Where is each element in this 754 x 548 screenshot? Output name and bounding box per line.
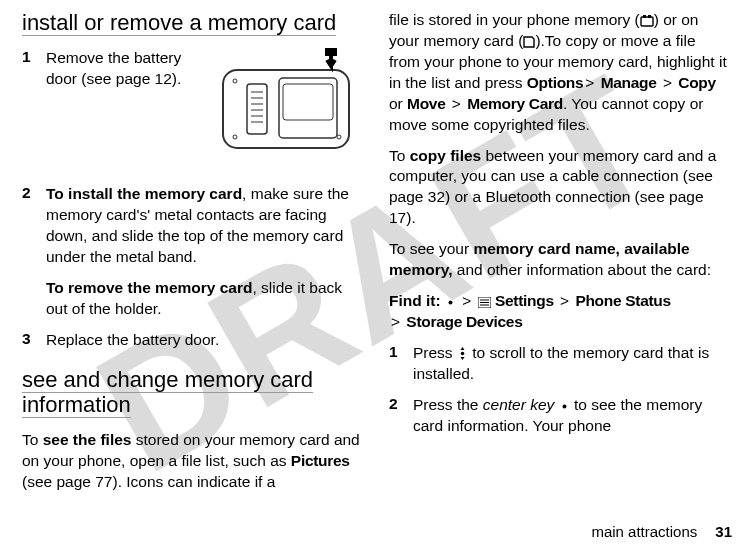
see-files-paragraph: To see the files stored on your memory c… <box>22 430 361 493</box>
svg-point-23 <box>562 404 566 408</box>
svg-rect-14 <box>641 17 653 26</box>
svg-point-10 <box>233 79 237 83</box>
svg-rect-0 <box>223 70 349 148</box>
file-stored-paragraph: file is stored in your phone memory () o… <box>389 10 728 136</box>
svg-rect-9 <box>283 84 333 120</box>
page-content: install or remove a memory card 1 <box>0 0 754 548</box>
center-key-icon <box>445 297 456 308</box>
right-step-1: 1 Press to scroll to the memory card tha… <box>389 343 728 385</box>
step-1: 1 <box>22 48 361 174</box>
svg-point-22 <box>461 352 465 356</box>
step-number: 1 <box>22 48 46 174</box>
copy-files-paragraph: To copy files between your memory card a… <box>389 146 728 230</box>
step-body: Press to scroll to the memory card that … <box>413 343 728 385</box>
settings-menu-icon <box>478 297 491 308</box>
step-3: 3 Replace the battery door. <box>22 330 361 351</box>
heading-see-change: see and change memory card information <box>22 367 361 419</box>
step-2: 2 To install the memory card, make sure … <box>22 184 361 268</box>
step-2-extra: To remove the memory card, slide it back… <box>46 278 361 320</box>
phone-illustration <box>211 48 361 168</box>
step-body: Press the center key to see the memory c… <box>413 395 728 437</box>
step-number: 1 <box>389 343 413 385</box>
svg-rect-8 <box>279 78 337 138</box>
step-body: Replace the battery door. <box>46 330 361 351</box>
step-body: Remove the battery door (see page 12). <box>46 48 361 174</box>
heading-install-remove: install or remove a memory card <box>22 10 361 36</box>
step-number: 2 <box>22 184 46 268</box>
step-number: 3 <box>22 330 46 351</box>
find-it-line: Find it: > Settings > Phone Status> Stor… <box>389 291 728 333</box>
step-body: To install the memory card, make sure th… <box>46 184 361 268</box>
scroll-key-icon <box>457 347 468 360</box>
svg-rect-16 <box>648 15 651 18</box>
step-number: 2 <box>389 395 413 437</box>
svg-point-11 <box>233 135 237 139</box>
center-key-icon <box>559 401 570 412</box>
left-column: install or remove a memory card 1 <box>12 10 375 538</box>
svg-rect-15 <box>643 15 646 18</box>
memory-info-paragraph: To see your memory card name, available … <box>389 239 728 281</box>
svg-point-12 <box>337 135 341 139</box>
right-column: file is stored in your phone memory () o… <box>375 10 738 538</box>
memory-card-icon <box>523 36 535 48</box>
svg-rect-13 <box>325 48 337 56</box>
phone-memory-icon <box>640 15 654 27</box>
right-step-2: 2 Press the center key to see the memory… <box>389 395 728 437</box>
svg-point-17 <box>448 301 452 305</box>
